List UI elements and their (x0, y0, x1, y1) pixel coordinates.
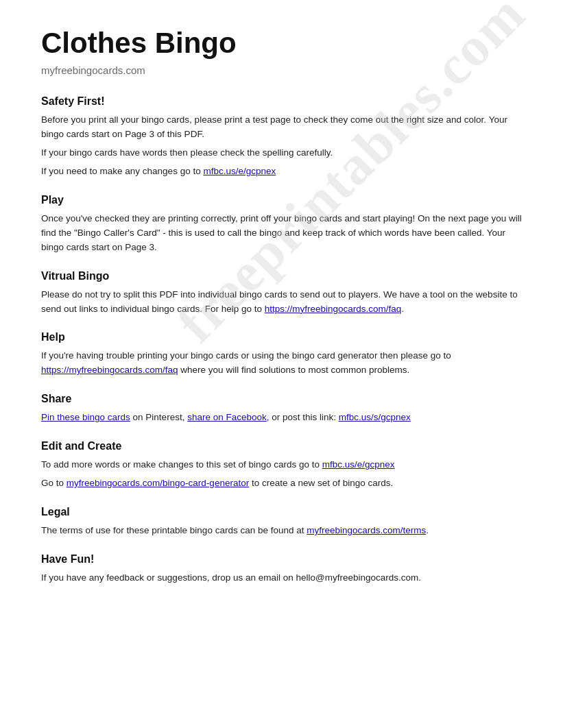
play-para-1: Once you've checked they are printing co… (41, 212, 522, 255)
section-share: Share Pin these bingo cards on Pinterest… (41, 393, 522, 425)
section-legal: Legal The terms of use for these printab… (41, 506, 522, 538)
help-para-1: If you're having trouble printing your b… (41, 349, 522, 378)
section-help-heading: Help (41, 331, 522, 343)
section-edit-heading: Edit and Create (41, 440, 522, 452)
virtual-link[interactable]: https://myfreebingocards.com/faq (265, 304, 402, 314)
page-title: Clothes Bingo (41, 27, 522, 59)
edit-para-2: Go to myfreebingocards.com/bingo-card-ge… (41, 476, 522, 491)
legal-link[interactable]: myfreebingocards.com/terms (307, 525, 426, 535)
section-fun: Have Fun! If you have any feedback or su… (41, 553, 522, 585)
site-url: myfreebingocards.com (41, 64, 522, 76)
section-fun-heading: Have Fun! (41, 553, 522, 566)
share-shortlink[interactable]: mfbc.us/s/gcpnex (339, 412, 411, 422)
edit-link-2[interactable]: myfreebingocards.com/bingo-card-generato… (67, 478, 249, 488)
section-share-heading: Share (41, 393, 522, 405)
section-play: Play Once you've checked they are printi… (41, 194, 522, 255)
section-safety-heading: Safety First! (41, 95, 522, 108)
edit-para-1: To add more words or make changes to thi… (41, 458, 522, 472)
share-para-1: Pin these bingo cards on Pinterest, shar… (41, 411, 522, 425)
page-container: freeprintables.com Clothes Bingo myfreeb… (0, 0, 563, 642)
virtual-para-1: Please do not try to split this PDF into… (41, 288, 522, 317)
safety-para-1: Before you print all your bingo cards, p… (41, 113, 522, 142)
section-virtual-heading: Vitrual Bingo (41, 270, 522, 282)
section-help: Help If you're having trouble printing y… (41, 331, 522, 378)
legal-para-1: The terms of use for these printable bin… (41, 524, 522, 538)
share-facebook-link[interactable]: share on Facebook (187, 412, 267, 422)
safety-link[interactable]: mfbc.us/e/gcpnex (203, 166, 276, 176)
safety-para-2: If your bingo cards have words then plea… (41, 146, 522, 160)
section-safety: Safety First! Before you print all your … (41, 95, 522, 179)
share-pinterest-link[interactable]: Pin these bingo cards (41, 412, 130, 422)
section-edit: Edit and Create To add more words or mak… (41, 440, 522, 491)
fun-para-1: If you have any feedback or suggestions,… (41, 571, 522, 585)
safety-para-3: If you need to make any changes go to mf… (41, 165, 522, 179)
help-link[interactable]: https://myfreebingocards.com/faq (41, 365, 178, 375)
section-virtual: Vitrual Bingo Please do not try to split… (41, 270, 522, 317)
edit-link-1[interactable]: mfbc.us/e/gcpnex (322, 459, 395, 470)
section-play-heading: Play (41, 194, 522, 206)
section-legal-heading: Legal (41, 506, 522, 518)
